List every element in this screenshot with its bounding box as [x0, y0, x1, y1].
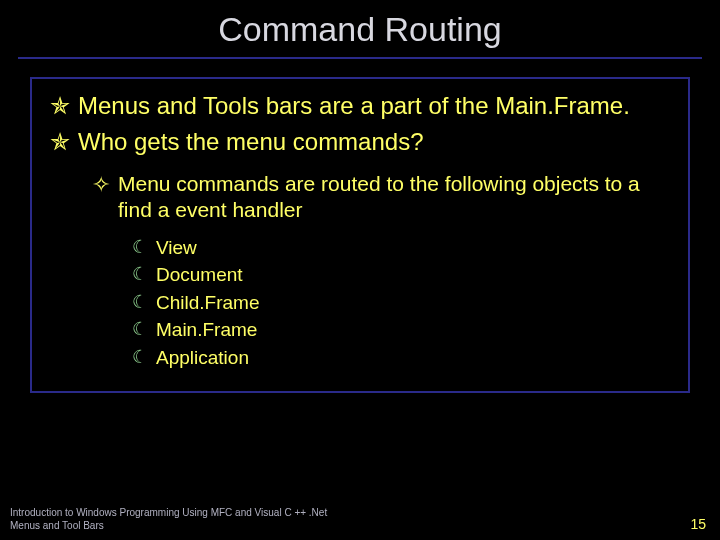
- bullet-lvl3: ☾ Application: [132, 344, 670, 372]
- divider: [18, 57, 702, 59]
- bullet-lvl3-text: Application: [156, 344, 249, 372]
- bullet-lvl3-text: View: [156, 234, 197, 262]
- slide-title: Command Routing: [0, 0, 720, 57]
- bullet-lvl3-text: Document: [156, 261, 243, 289]
- bullet-lvl3: ☾ Child.Frame: [132, 289, 670, 317]
- bullet-lvl1: ✯ Menus and Tools bars are a part of the…: [50, 91, 670, 121]
- bullet-lvl1-text: Who gets the menu commands?: [78, 127, 424, 157]
- page-number: 15: [690, 516, 706, 532]
- bullet-lvl2: ✧ Menu commands are routed to the follow…: [92, 171, 670, 224]
- star-icon: ✯: [50, 91, 78, 121]
- content-box: ✯ Menus and Tools bars are a part of the…: [30, 77, 690, 393]
- bullet-lvl3-text: Main.Frame: [156, 316, 257, 344]
- bullet-lvl3: ☾ Document: [132, 261, 670, 289]
- moon-icon: ☾: [132, 234, 156, 260]
- diamond-icon: ✧: [92, 171, 118, 199]
- moon-icon: ☾: [132, 316, 156, 342]
- star-icon: ✯: [50, 127, 78, 157]
- footer-line-1: Introduction to Windows Programming Usin…: [10, 506, 327, 519]
- bullet-lvl2-text: Menu commands are routed to the followin…: [118, 171, 670, 224]
- bullet-lvl1-text: Menus and Tools bars are a part of the M…: [78, 91, 630, 121]
- moon-icon: ☾: [132, 344, 156, 370]
- moon-icon: ☾: [132, 261, 156, 287]
- bullet-lvl1: ✯ Who gets the menu commands?: [50, 127, 670, 157]
- bullet-lvl3: ☾ View: [132, 234, 670, 262]
- footer-line-2: Menus and Tool Bars: [10, 519, 327, 532]
- bullet-lvl3: ☾ Main.Frame: [132, 316, 670, 344]
- moon-icon: ☾: [132, 289, 156, 315]
- bullet-lvl3-text: Child.Frame: [156, 289, 259, 317]
- footer: Introduction to Windows Programming Usin…: [10, 506, 327, 532]
